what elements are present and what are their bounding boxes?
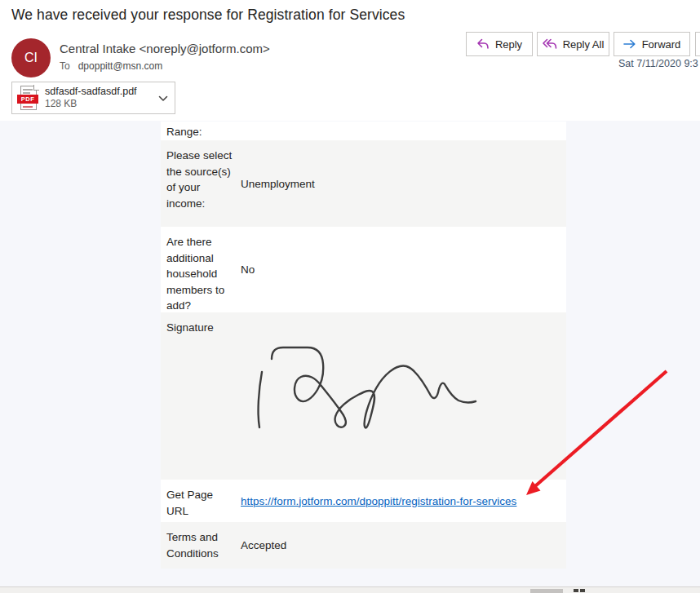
statusbar-glyph bbox=[580, 589, 585, 592]
table-row-income-source: Please select the source(s) of your inco… bbox=[161, 140, 566, 227]
reply-all-icon bbox=[543, 38, 557, 50]
pdf-badge-label: PDF bbox=[17, 95, 38, 104]
row-label: Get Page URL bbox=[161, 480, 235, 522]
forward-button[interactable]: Forward bbox=[614, 32, 690, 56]
more-actions-button[interactable] bbox=[695, 32, 700, 56]
table-row-household-members: Are there additional household members t… bbox=[161, 227, 566, 312]
to-address[interactable]: dpoppitt@msn.com bbox=[78, 60, 163, 72]
row-label: Are there additional household members t… bbox=[161, 227, 235, 312]
reply-all-button[interactable]: Reply All bbox=[537, 32, 609, 56]
forward-button-label: Forward bbox=[642, 38, 681, 51]
forward-icon bbox=[623, 39, 636, 49]
email-body: Range: Please select the source(s) of yo… bbox=[0, 121, 700, 586]
row-label: Please select the source(s) of your inco… bbox=[161, 140, 235, 227]
row-value: Unemployment bbox=[235, 140, 566, 227]
row-value bbox=[235, 122, 566, 140]
email-subject: We have received your response for Regis… bbox=[11, 7, 405, 24]
row-label: Signature bbox=[161, 312, 235, 480]
reply-icon bbox=[476, 38, 490, 50]
form-url-link[interactable]: https://form.jotform.com/dpoppitt/regist… bbox=[241, 495, 516, 507]
chevron-down-icon[interactable] bbox=[158, 91, 168, 105]
attachment-meta: sdfasdf-sadfasdf.pdf 128 KB bbox=[45, 86, 137, 111]
attachment-size: 128 KB bbox=[45, 98, 137, 110]
scrollbar-thumb[interactable] bbox=[530, 589, 563, 593]
table-row-signature: Signature bbox=[161, 312, 566, 480]
horizontal-scrollbar[interactable] bbox=[0, 586, 700, 593]
outlook-reading-pane: We have received your response for Regis… bbox=[0, 0, 700, 593]
email-timestamp: Sat 7/11/2020 9:3 bbox=[618, 58, 698, 69]
recipient-line: Todpoppitt@msn.com bbox=[60, 60, 162, 72]
sender-avatar[interactable]: CI bbox=[11, 38, 51, 77]
signature-image bbox=[249, 339, 485, 436]
avatar-initials: CI bbox=[24, 51, 38, 65]
reply-button-label: Reply bbox=[495, 38, 522, 51]
table-row-page-url: Get Page URL https://form.jotform.com/dp… bbox=[161, 480, 566, 522]
row-value: No bbox=[235, 227, 566, 312]
reply-all-button-label: Reply All bbox=[563, 38, 605, 51]
pdf-icon: PDF bbox=[19, 86, 38, 110]
row-value: Accepted bbox=[235, 522, 566, 569]
attachment-card[interactable]: PDF sdfasdf-sadfasdf.pdf 128 KB bbox=[11, 82, 175, 114]
to-label: To bbox=[60, 60, 70, 72]
reply-button[interactable]: Reply bbox=[466, 32, 533, 56]
attachment-filename: sdfasdf-sadfasdf.pdf bbox=[45, 86, 137, 99]
row-label: Range: bbox=[161, 122, 235, 140]
row-label: Terms and Conditions bbox=[161, 522, 235, 569]
sender-name[interactable]: Central Intake <noreply@jotform.com> bbox=[60, 42, 270, 55]
table-row-terms: Terms and Conditions Accepted bbox=[161, 522, 566, 569]
form-response-table: Range: Please select the source(s) of yo… bbox=[161, 122, 566, 569]
table-row-range: Range: bbox=[161, 122, 566, 140]
statusbar-glyph bbox=[574, 589, 578, 592]
